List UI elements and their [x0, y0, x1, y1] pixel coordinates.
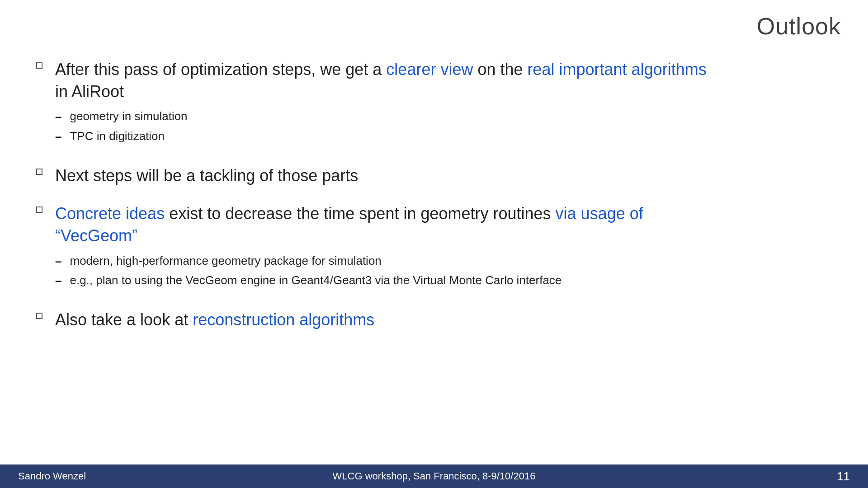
sub-bullet-text-1-1: geometry in simulation: [70, 109, 187, 124]
bullet-item-3: Concrete ideas exist to decrease the tim…: [36, 203, 841, 293]
bullet1-text-part2: on the: [473, 60, 527, 79]
bullet-item-1: After this pass of optimization steps, w…: [36, 59, 841, 149]
bullet1-text-blue2: real important algorithms: [528, 60, 707, 79]
bullet3-text-part1: exist to decrease the time spent in geom…: [165, 204, 555, 223]
bullet-square-1: [36, 62, 42, 69]
bullet-text-2: Next steps will be a tackling of those p…: [55, 165, 358, 187]
bullet4-text-part1: Also take a look at: [55, 310, 193, 329]
sub-dash-1-2: –: [55, 130, 61, 144]
bullet3-text-blue2: via usage of: [556, 204, 643, 223]
slide-content: After this pass of optimization steps, w…: [36, 59, 841, 452]
sub-bullet-3-1: – modern, high-performance geometry pack…: [55, 253, 643, 269]
sub-dash-3-2: –: [55, 274, 61, 288]
sub-bullet-1-1: – geometry in simulation: [55, 109, 707, 124]
slide-container: Outlook After this pass of optimization …: [0, 0, 868, 488]
footer-page: 11: [837, 469, 850, 483]
bullet-square-2: [36, 169, 42, 175]
bullet1-text-line2: in AliRoot: [55, 82, 124, 101]
sub-bullet-text-3-1: modern, high-performance geometry packag…: [70, 253, 381, 269]
footer-event: WLCG workshop, San Francisco, 8-9/10/201…: [333, 470, 536, 482]
sub-bullet-1-2: – TPC in digitization: [55, 129, 707, 144]
footer-author: Sandro Wenzel: [18, 470, 86, 482]
bullet-text-1: After this pass of optimization steps, w…: [55, 59, 707, 149]
bullet-square-4: [36, 313, 42, 319]
bullet-square-3: [36, 206, 42, 213]
bullet-item-4: Also take a look at reconstruction algor…: [36, 309, 841, 331]
sub-dash-3-1: –: [55, 254, 61, 268]
bullet1-sub-bullets: – geometry in simulation – TPC in digiti…: [55, 109, 707, 144]
bullet-item-2: Next steps will be a tackling of those p…: [36, 165, 841, 187]
bullet1-text-part1: After this pass of optimization steps, w…: [55, 60, 386, 79]
sub-bullet-text-1-2: TPC in digitization: [70, 129, 165, 144]
bullet-text-4: Also take a look at reconstruction algor…: [55, 309, 374, 331]
bullet3-sub-bullets: – modern, high-performance geometry pack…: [55, 253, 643, 289]
bullet4-text-blue1: reconstruction algorithms: [193, 310, 374, 329]
bullet-text-3: Concrete ideas exist to decrease the tim…: [55, 203, 643, 293]
sub-bullet-text-3-2: e.g., plan to using the VecGeom engine i…: [70, 273, 561, 288]
slide-title: Outlook: [757, 13, 841, 40]
sub-bullet-3-2: – e.g., plan to using the VecGeom engine…: [55, 273, 643, 288]
footer: Sandro Wenzel WLCG workshop, San Francis…: [0, 465, 868, 488]
bullet2-text: Next steps will be a tackling of those p…: [55, 166, 358, 185]
bullet3-text-blue1: Concrete ideas: [55, 204, 165, 223]
bullet3-text-line2: “VecGeom”: [55, 226, 137, 245]
bullet1-text-blue1: clearer view: [386, 60, 473, 79]
sub-dash-1-1: –: [55, 110, 61, 124]
